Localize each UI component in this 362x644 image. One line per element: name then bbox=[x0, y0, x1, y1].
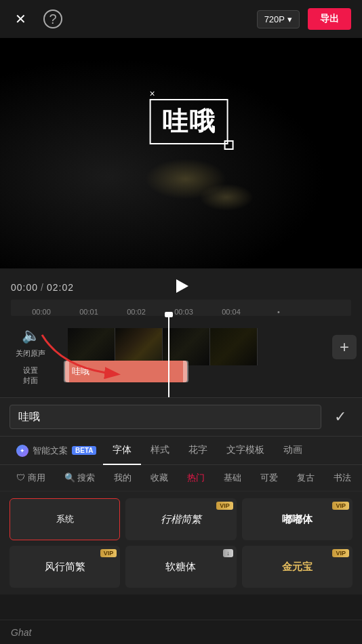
top-right: 720P ▾ 导出 bbox=[257, 8, 351, 30]
font-item-jinyuan[interactable]: VIP 金元宝 bbox=[242, 546, 353, 588]
scene-light-2 bbox=[199, 184, 254, 211]
font-item-ruanti[interactable]: ↓ 软糖体 bbox=[125, 546, 236, 588]
play-button[interactable] bbox=[169, 274, 193, 298]
top-bar: ✕ ? 720P ▾ 导出 bbox=[0, 0, 362, 38]
playhead[interactable] bbox=[168, 316, 169, 397]
time-separator: / bbox=[41, 282, 44, 293]
filter-cute[interactable]: 可爱 bbox=[254, 469, 285, 487]
vip-badge-jinyuan: VIP bbox=[332, 549, 349, 557]
quality-label: 720P bbox=[264, 14, 285, 24]
video-thumb-4 bbox=[210, 328, 258, 365]
overlay-close-icon[interactable]: × bbox=[150, 88, 155, 99]
ai-tab-label: 智能文案 bbox=[33, 445, 68, 457]
filter-commercial[interactable]: 🛡 商用 bbox=[9, 469, 52, 487]
font-item-xingkai[interactable]: VIP 行楷简繁 bbox=[125, 498, 236, 540]
tab-flower[interactable]: 花字 bbox=[179, 437, 217, 465]
search-icon: 🔍 bbox=[64, 472, 75, 483]
commercial-icon: 🛡 bbox=[16, 472, 25, 483]
font-item-dudu[interactable]: VIP 嘟嘟体 bbox=[242, 498, 353, 540]
vip-badge-ruanti: ↓ bbox=[223, 549, 233, 557]
ai-dot-icon: ✦ bbox=[16, 445, 28, 457]
filter-collect[interactable]: 收藏 bbox=[144, 469, 175, 487]
font-dudu-text: 嘟嘟体 bbox=[282, 513, 313, 526]
text-input-row: ✓ bbox=[0, 398, 362, 437]
tab-style[interactable]: 样式 bbox=[141, 437, 179, 465]
text-input[interactable] bbox=[9, 405, 321, 429]
close-button[interactable]: ✕ bbox=[11, 9, 30, 28]
text-overlay[interactable]: × 哇哦 bbox=[150, 99, 228, 144]
ruler-mark-5: • bbox=[255, 308, 302, 316]
filter-calligraphy[interactable]: 书法 bbox=[327, 469, 358, 487]
total-time: 02:02 bbox=[47, 282, 74, 293]
help-button[interactable]: ? bbox=[43, 9, 62, 28]
filter-vintage[interactable]: 复古 bbox=[290, 469, 321, 487]
video-thumb-3 bbox=[163, 328, 210, 365]
tab-ai[interactable]: ✦ 智能文案 BETA bbox=[9, 437, 103, 465]
timeline-ruler: 00:00 00:01 00:02 00:03 00:04 • bbox=[11, 300, 351, 316]
font-xingxing-text: 风行简繁 bbox=[45, 561, 85, 573]
bottom-text: Ghat bbox=[11, 627, 31, 638]
tab-template[interactable]: 文字模板 bbox=[217, 437, 274, 465]
timeline-area: 00:00 / 02:02 00:00 00:01 00:02 00:03 00… bbox=[0, 268, 362, 316]
ruler-marks: 00:00 00:01 00:02 00:03 00:04 • bbox=[11, 300, 309, 316]
font-jinyuan-text: 金元宝 bbox=[282, 561, 313, 573]
overlay-resize-handle[interactable] bbox=[224, 140, 234, 150]
track-area: 🔈 关闭原声 设置封面 + bbox=[0, 316, 362, 397]
tab-font[interactable]: 字体 bbox=[103, 437, 141, 465]
font-grid: 系统 VIP 行楷简繁 VIP 嘟嘟体 VIP 风行简繁 ↓ 软糖体 VIP 金… bbox=[0, 491, 362, 595]
vip-badge-xingkai: VIP bbox=[216, 502, 233, 510]
filter-hot[interactable]: 热门 bbox=[180, 469, 212, 487]
play-icon bbox=[176, 279, 188, 293]
export-button[interactable]: 导出 bbox=[308, 8, 351, 30]
overlay-text: 哇哦 bbox=[162, 107, 216, 136]
ruler-mark-2: 00:02 bbox=[113, 308, 160, 316]
ruler-mark-0: 00:00 bbox=[18, 308, 65, 316]
bottom-bar: Ghat bbox=[0, 620, 362, 644]
video-background bbox=[0, 38, 362, 268]
ruler-mark-4: 00:04 bbox=[207, 308, 255, 316]
ruler-mark-1: 00:01 bbox=[65, 308, 113, 316]
confirm-button[interactable]: ✓ bbox=[328, 405, 353, 429]
add-track-button[interactable]: + bbox=[332, 335, 357, 359]
current-time: 00:00 bbox=[11, 282, 38, 293]
red-arrow bbox=[35, 328, 130, 385]
filter-tabs: 🛡 商用 🔍 搜索 我的 收藏 热门 基础 可爱 复古 书法 bbox=[0, 465, 362, 491]
quality-arrow: ▾ bbox=[287, 14, 292, 24]
font-tabs: ✦ 智能文案 BETA 字体 样式 花字 文字模板 动画 bbox=[0, 437, 362, 465]
vip-badge-dudu: VIP bbox=[332, 502, 349, 510]
playhead-top bbox=[165, 312, 173, 317]
font-ruanti-text: 软糖体 bbox=[165, 561, 196, 573]
font-system-label: 系统 bbox=[56, 513, 74, 525]
tab-animation[interactable]: 动画 bbox=[274, 437, 312, 465]
vip-badge-xingxing: VIP bbox=[100, 549, 117, 557]
quality-button[interactable]: 720P ▾ bbox=[257, 10, 300, 28]
time-row: 00:00 / 02:02 bbox=[11, 275, 351, 300]
video-preview: × 哇哦 bbox=[0, 38, 362, 268]
filter-basic[interactable]: 基础 bbox=[217, 469, 248, 487]
bottom-panel: ✓ ✦ 智能文案 BETA 字体 样式 花字 文字模板 动画 🛡 商用 🔍 搜索… bbox=[0, 397, 362, 595]
top-left: ✕ ? bbox=[11, 9, 62, 28]
beta-badge: BETA bbox=[72, 446, 96, 455]
font-item-xingxing[interactable]: VIP 风行简繁 bbox=[9, 546, 120, 588]
font-xingkai-text: 行楷简繁 bbox=[161, 513, 201, 526]
filter-my[interactable]: 我的 bbox=[107, 469, 138, 487]
track-handle-right[interactable] bbox=[183, 361, 188, 382]
font-item-system[interactable]: 系统 bbox=[9, 498, 120, 540]
filter-search[interactable]: 🔍 搜索 bbox=[58, 469, 102, 487]
